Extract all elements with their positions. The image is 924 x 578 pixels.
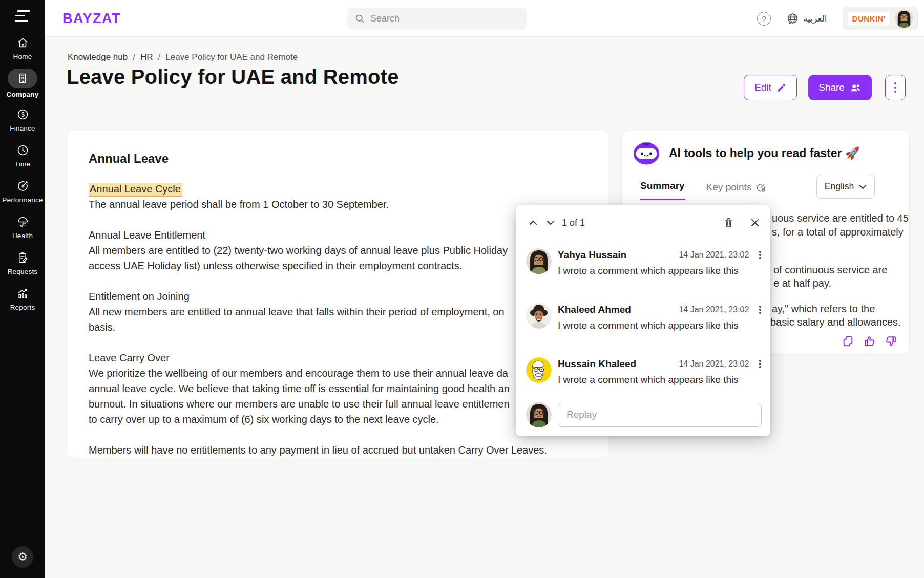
sidebar-item-label: Home <box>13 53 32 60</box>
summary-text-fragment: ay," which refers to the <box>772 303 875 315</box>
document-heading: Annual Leave <box>89 152 587 166</box>
sidebar-item-home[interactable]: Home <box>0 36 45 72</box>
search-input[interactable] <box>370 13 519 24</box>
finance-icon: $ <box>16 108 29 121</box>
document-paragraph: Members will have no entitlements to any… <box>89 442 587 458</box>
ai-panel-title: AI tools to help you read faster 🚀 <box>669 146 859 160</box>
comment-date: 14 Jan 2021, 23:02 <box>679 250 749 260</box>
tab-summary[interactable]: Summary <box>640 180 685 200</box>
reports-chart-icon <box>16 287 29 300</box>
svg-text:$: $ <box>21 111 25 118</box>
summary-text-fragment: e at half pay. <box>773 277 831 289</box>
document-subheading: Entitlement on Joining <box>89 289 587 304</box>
globe-icon <box>786 12 799 25</box>
sidebar-item-time[interactable]: Time <box>0 143 45 179</box>
breadcrumb-current: Leave Policy for UAE and Remote <box>165 52 298 62</box>
edit-button[interactable]: Edit <box>744 75 797 100</box>
breadcrumb-separator: / <box>158 52 161 62</box>
avatar <box>526 303 552 329</box>
ai-robot-icon <box>632 140 661 166</box>
global-search[interactable] <box>347 8 527 30</box>
avatar <box>526 402 552 427</box>
share-button[interactable]: Share <box>808 75 872 100</box>
help-icon[interactable]: ? <box>757 12 771 26</box>
settings-gear-icon[interactable]: ⚙ <box>12 546 33 568</box>
ai-feedback-actions <box>842 335 897 348</box>
chevron-up-icon[interactable] <box>527 217 539 229</box>
sidebar-item-label: Performance <box>2 196 43 204</box>
breadcrumb-hr[interactable]: HR <box>140 52 153 62</box>
user-avatar <box>895 9 913 28</box>
language-switcher[interactable]: العربيه <box>786 12 827 25</box>
summary-text-fragment: basic salary and allowances. <box>770 316 901 328</box>
sidebar-item-label: Requests <box>8 268 38 275</box>
breadcrumb-knowledge-hub[interactable]: Knowledge hub <box>68 52 128 62</box>
comment-date: 14 Jan 2021, 23:02 <box>679 359 749 369</box>
ai-tabs: Summary Key points <box>640 180 766 200</box>
sidebar-item-label: Reports <box>10 304 35 311</box>
highlighted-text-annual-leave-cycle[interactable]: Annual Leave Cycle <box>89 183 182 197</box>
language-select-dropdown[interactable]: English <box>816 175 875 199</box>
document-subheading: Leave Carry Over <box>89 350 587 366</box>
reply-input[interactable] <box>558 403 762 427</box>
comment-item: Yahya Hussain 14 Jan 2021, 23:02 I wrote… <box>526 248 762 276</box>
sidebar-item-health[interactable]: Health <box>0 215 45 251</box>
sidebar-item-company[interactable]: Company <box>0 72 45 108</box>
sidebar-item-reports[interactable]: Reports <box>0 287 45 323</box>
bayzat-app: Home Company $ Finance <box>0 0 924 578</box>
bayzat-logo: BAYZAT <box>62 11 121 27</box>
sidebar-item-requests[interactable]: Requests <box>0 251 45 287</box>
delete-trash-icon[interactable] <box>723 217 735 229</box>
key-points-target-icon <box>755 182 766 193</box>
thumbs-down-icon[interactable] <box>885 335 897 348</box>
share-people-icon <box>850 82 862 94</box>
more-options-button[interactable] <box>885 75 906 100</box>
comment-options-icon[interactable] <box>758 359 762 369</box>
pencil-icon <box>776 83 786 93</box>
document-paragraph: All members are entitled to (22) twenty-… <box>89 243 587 258</box>
comment-options-icon[interactable] <box>758 250 762 260</box>
sidebar-item-label: Time <box>15 160 30 168</box>
sidebar-nav: Home Company $ Finance <box>0 36 45 323</box>
comment-text: I wrote a comment which appears like thi… <box>558 265 762 276</box>
sidebar-item-label: Health <box>12 232 33 240</box>
avatar <box>526 357 552 383</box>
document-paragraph: burnout. In situations where our members… <box>89 396 587 412</box>
topbar: BAYZAT ? العربيه DUNKIN' <box>45 0 924 37</box>
comment-date: 14 Jan 2021, 23:02 <box>679 305 749 314</box>
requests-clipboard-icon <box>16 251 29 264</box>
comment-text: I wrote a comment which appears like thi… <box>558 320 762 331</box>
thumbs-up-icon[interactable] <box>863 335 876 348</box>
health-umbrella-icon <box>16 215 29 228</box>
summary-text-fragment: uous service are entitled to 45 <box>772 212 909 224</box>
hamburger-menu-icon[interactable] <box>14 10 32 22</box>
comment-author: Yahya Hussain <box>558 249 626 261</box>
breadcrumb-separator: / <box>133 52 135 62</box>
breadcrumb: Knowledge hub / HR / Leave Policy for UA… <box>68 52 298 62</box>
dunkin-logo: DUNKIN' <box>848 12 890 25</box>
chevron-down-icon[interactable] <box>544 217 557 229</box>
comments-popup: 1 of 1 Yahya Hussain 14 Jan 2021, 23:02 <box>516 205 770 436</box>
chevron-down-icon <box>859 184 867 189</box>
close-icon[interactable] <box>749 217 761 229</box>
comments-popup-header: 1 of 1 <box>527 216 761 229</box>
comment-item: Khaleed Ahmed 14 Jan 2021, 23:02 I wrote… <box>526 303 762 331</box>
sidebar-item-performance[interactable]: Performance <box>0 179 45 215</box>
comment-item: Hussain Khaleed 14 Jan 2021, 23:02 I wro… <box>526 357 762 386</box>
home-icon <box>16 36 29 49</box>
document-paragraph: All new members are entitled to annual l… <box>89 304 587 319</box>
sidebar-item-label: Company <box>7 91 39 98</box>
tab-key-points[interactable]: Key points <box>706 182 767 200</box>
sidebar-item-finance[interactable]: $ Finance <box>0 108 45 143</box>
language-label: العربيه <box>803 13 827 24</box>
comment-author: Khaleed Ahmed <box>558 304 631 315</box>
comment-options-icon[interactable] <box>758 305 762 315</box>
comment-text: I wrote a comment which appears like thi… <box>558 374 762 386</box>
copy-icon[interactable] <box>842 335 854 348</box>
summary-text-fragment: of continuous service are <box>773 264 887 276</box>
active-pill <box>8 69 37 88</box>
avatar <box>526 248 552 274</box>
summary-text-fragment: s, for a total of approximately <box>772 226 904 238</box>
org-profile-badge[interactable]: DUNKIN' <box>843 7 918 30</box>
performance-target-icon <box>16 179 29 192</box>
